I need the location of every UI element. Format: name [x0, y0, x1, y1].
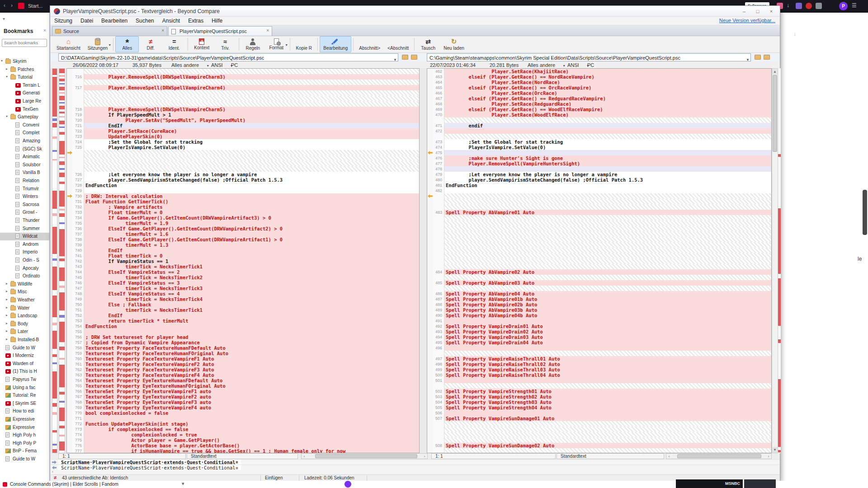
code-line-777[interactable]: 777 if isHumanVampire == true && base.Ge…: [67, 448, 419, 453]
sidebar-item-wildlife[interactable]: ▸Wildlife: [0, 281, 50, 288]
code-line-743[interactable]: 743 timerTick = NecksTimerTick1: [67, 264, 419, 269]
code-line-771[interactable]: 771: [67, 416, 419, 421]
code-line-732[interactable]: 732 ; Vampire artifacts: [67, 204, 419, 210]
sidebar-collapse-icon[interactable]: ▾: [3, 16, 5, 21]
code-line-471[interactable]: 471 endif: [427, 123, 771, 128]
left-open-folder-icon[interactable]: [411, 55, 417, 60]
code-gap-row[interactable]: [427, 437, 771, 443]
sidebar-item-animatic[interactable]: Animatic: [0, 153, 50, 161]
scroll-down-icon[interactable]: ▼: [772, 447, 778, 453]
code-gap-row[interactable]: [427, 421, 771, 427]
sidebar-item-water[interactable]: ▸Water: [0, 305, 50, 312]
code-line-759[interactable]: 759Textureset Property FaceTextureHumanF…: [67, 351, 419, 356]
toolbar-kontext-button[interactable]: Kontext: [190, 36, 213, 52]
menu-icon[interactable]: ☰: [852, 2, 857, 9]
code-gap-row[interactable]: [427, 215, 771, 221]
code-line-772[interactable]: 772Function UpdatePlayerSkin(int stage): [67, 421, 419, 427]
toolbar-regeln-button[interactable]: Regeln: [241, 36, 264, 52]
toolbar--abschnitt-button[interactable]: <Abschnitt: [384, 36, 412, 52]
code-line-473[interactable]: 473 ;Set the Global for stat tracking: [427, 139, 771, 145]
left-browse-folder-icon[interactable]: [402, 55, 408, 60]
diff-section-arrow-icon[interactable]: [428, 151, 433, 155]
code-line-737[interactable]: 737 timerMult = 1.6: [67, 231, 419, 237]
sidebar-item-thunder[interactable]: Thunder: [0, 217, 50, 225]
sidebar-item-summer[interactable]: Summer: [0, 225, 50, 233]
code-line-491[interactable]: 491: [427, 318, 771, 324]
code-line-484[interactable]: 484Spell Property AbVampire02 Auto: [427, 269, 771, 275]
sidebar-item-high-poly-h[interactable]: High Poly h: [0, 432, 50, 439]
sidebar-item-guide-to-w[interactable]: Guide to W: [0, 455, 50, 463]
sidebar-item-relation[interactable]: Relation: [0, 177, 50, 185]
left-horizontal-scrollbar[interactable]: ‹ ›: [301, 453, 428, 459]
code-line-498[interactable]: 498Spell Property VampireRaiseThrall02 A…: [427, 361, 771, 367]
sidebar-item-large-re[interactable]: Large Re: [0, 98, 50, 105]
code-line-719[interactable]: 719 If PlayerSpeedMult > 1: [67, 112, 419, 117]
code-gap-row[interactable]: [67, 166, 419, 172]
tree-collapsed-icon[interactable]: ▸: [6, 337, 8, 341]
code-gap-row[interactable]: [67, 150, 419, 155]
code-gap-row[interactable]: [427, 253, 771, 258]
code-line-468[interactable]: 468 Player.SetRace(RedguardRace): [427, 101, 771, 107]
tree-collapsed-icon[interactable]: ▸: [6, 321, 8, 325]
code-gap-row[interactable]: [427, 199, 771, 204]
right-hscroll-thumb[interactable]: [677, 454, 761, 458]
code-line-761[interactable]: 761Textureset Property FaceTextureVampir…: [67, 361, 419, 367]
code-line-725[interactable]: 725 PlayerIsVampire.SetValue(0): [67, 145, 419, 150]
sidebar-item-wildcat[interactable]: Wildcat: [0, 233, 50, 240]
toolbar-neu-laden-button[interactable]: Neu laden: [440, 36, 468, 52]
tree-collapsed-icon[interactable]: ▸: [6, 289, 8, 293]
code-gap-row[interactable]: [427, 258, 771, 264]
code-gap-row[interactable]: [67, 90, 419, 96]
code-line-756[interactable]: 756; DRW Set textureset for player head: [67, 334, 419, 340]
code-line-479[interactable]: 479 ;Let everyone know the player is no …: [427, 172, 771, 177]
code-line-735[interactable]: 735 timerMult = 1.9: [67, 221, 419, 226]
toolbar-format-button[interactable]: Format▼: [264, 36, 288, 52]
code-line-467[interactable]: 467 elseif (Player.GetRace() == Redguard…: [427, 96, 771, 101]
left-hscroll-left-icon[interactable]: ‹: [302, 454, 307, 459]
toolbar-bearbeitung-button[interactable]: Bearbeitung: [320, 36, 351, 52]
scroll-up-icon[interactable]: ▲: [772, 69, 778, 75]
code-line-751[interactable]: 751 timerTick = NecksTimerTick1: [67, 307, 419, 313]
code-line-504[interactable]: 504Spell Property VampireStrength03 Auto: [427, 399, 771, 405]
code-line-741[interactable]: 741 Float timerTick = 0: [67, 253, 419, 258]
menu-item-sitzung[interactable]: Sitzung: [50, 17, 76, 25]
code-line-758[interactable]: 758Textureset Property FaceTextureHumanF…: [67, 345, 419, 351]
code-gap-row[interactable]: [427, 427, 771, 432]
left-code-pane[interactable]: 716 Player.RemoveSpell(DRWSpellVampireCh…: [66, 68, 420, 453]
minimize-button[interactable]: –: [738, 7, 750, 15]
code-gap-row[interactable]: [427, 134, 771, 139]
code-line-773[interactable]: 773 if complexionlocked == false: [67, 427, 419, 432]
diff-map-detail[interactable]: [59, 68, 65, 453]
code-line-769[interactable]: 769TextureSet Property EyeTextureVampire…: [67, 405, 419, 410]
code-line-472[interactable]: 472: [427, 128, 771, 134]
toolbar-kopie-r-button[interactable]: Kopie R: [292, 36, 316, 52]
code-line-775[interactable]: 775 Actor player = Game.GetPlayer(): [67, 437, 419, 443]
code-gap-row[interactable]: [427, 351, 771, 356]
menu-item-bearbeiten[interactable]: Bearbeiten: [97, 17, 132, 25]
toolbar-diff--button[interactable]: Diff.: [139, 36, 162, 52]
code-line-723[interactable]: 723 UpdatePlayerSkin(0): [67, 134, 419, 139]
tab-close-icon[interactable]: ×: [161, 28, 164, 33]
close-button[interactable]: ×: [765, 7, 777, 15]
code-line-730[interactable]: 730; DRW: Interval calculation: [67, 193, 419, 199]
code-line-475[interactable]: 475: [427, 150, 771, 155]
right-browse-folder-icon[interactable]: [755, 55, 761, 60]
chat-icon[interactable]: [806, 3, 812, 9]
sidebar-item-apocaly[interactable]: Apocaly: [0, 265, 50, 272]
toolbar-ident--button[interactable]: Ident.: [162, 36, 186, 52]
video-thumbnail-2[interactable]: [744, 479, 776, 488]
left-hscroll-thumb[interactable]: [315, 454, 417, 458]
sidebar-item-sacrosa[interactable]: Sacrosa: [0, 201, 50, 209]
sidebar-item-i-moderniz[interactable]: I Moderniz: [0, 352, 50, 360]
tree-collapsed-icon[interactable]: ▸: [6, 305, 8, 310]
vertical-scrollbar[interactable]: ▲ ▼: [772, 68, 778, 453]
diff-section-arrow-icon[interactable]: [67, 194, 72, 198]
right-path-combobox[interactable]: C:\Gaming\Steam\steamapps\common\Skyrim …: [427, 53, 751, 61]
sidebar-item-tutorial-re[interactable]: Tutorial: Re: [0, 392, 50, 399]
code-line-724[interactable]: 724 ;Set the Global for stat tracking: [67, 139, 419, 145]
code-line-487[interactable]: 487Spell Property AbVampire01b Auto: [427, 296, 771, 302]
code-line-739[interactable]: 739 timerMult = 1.3: [67, 242, 419, 248]
code-gap-row[interactable]: [427, 264, 771, 269]
code-line-776[interactable]: 776 ActorBase base = player.GetActorBase…: [67, 443, 419, 448]
code-gap-row[interactable]: [67, 96, 419, 101]
